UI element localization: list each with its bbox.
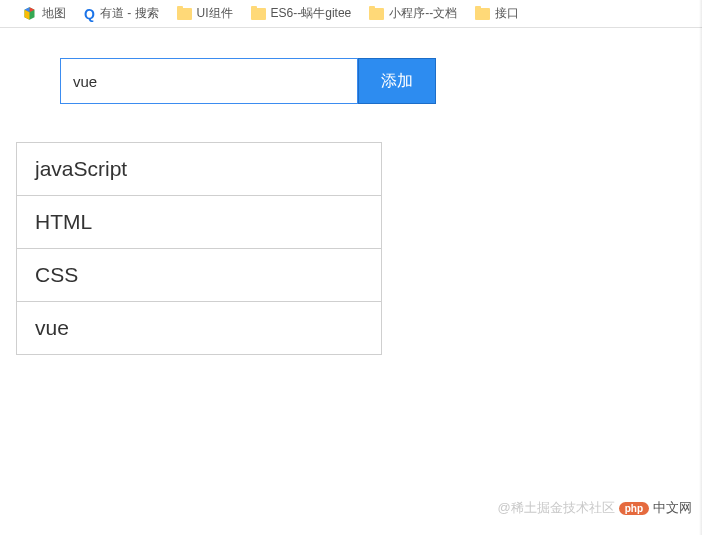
bookmark-label: 有道 - 搜索	[100, 5, 159, 22]
list-item[interactable]: CSS	[17, 249, 381, 302]
list-item[interactable]: javaScript	[17, 143, 381, 196]
folder-icon	[177, 8, 192, 20]
watermark: @稀土掘金技术社区 php 中文网	[497, 499, 692, 517]
search-icon: Q	[84, 6, 95, 22]
watermark-prefix: @稀土掘金技术社区	[497, 499, 614, 517]
bookmark-label: 小程序--文档	[389, 5, 457, 22]
bookmark-es6[interactable]: ES6--蜗牛gitee	[251, 5, 352, 22]
input-row: 添加	[60, 58, 702, 104]
list-item[interactable]: vue	[17, 302, 381, 355]
bookmark-api[interactable]: 接口	[475, 5, 519, 22]
bookmark-ui-components[interactable]: UI组件	[177, 5, 233, 22]
watermark-suffix: 中文网	[653, 499, 692, 517]
item-input[interactable]	[60, 58, 358, 104]
bookmark-map[interactable]: 地图	[22, 5, 66, 22]
bookmark-label: 地图	[42, 5, 66, 22]
list-item[interactable]: HTML	[17, 196, 381, 249]
bookmark-bar: 地图 Q 有道 - 搜索 UI组件 ES6--蜗牛gitee 小程序--文档 接…	[0, 0, 702, 28]
php-badge: php	[619, 502, 649, 515]
bookmark-miniprogram[interactable]: 小程序--文档	[369, 5, 457, 22]
bookmark-youdao[interactable]: Q 有道 - 搜索	[84, 5, 159, 22]
bookmark-label: ES6--蜗牛gitee	[271, 5, 352, 22]
item-list: javaScript HTML CSS vue	[16, 142, 382, 355]
bookmark-label: UI组件	[197, 5, 233, 22]
bookmark-label: 接口	[495, 5, 519, 22]
folder-icon	[251, 8, 266, 20]
folder-icon	[475, 8, 490, 20]
folder-icon	[369, 8, 384, 20]
add-button[interactable]: 添加	[358, 58, 436, 104]
map-icon	[22, 6, 37, 21]
